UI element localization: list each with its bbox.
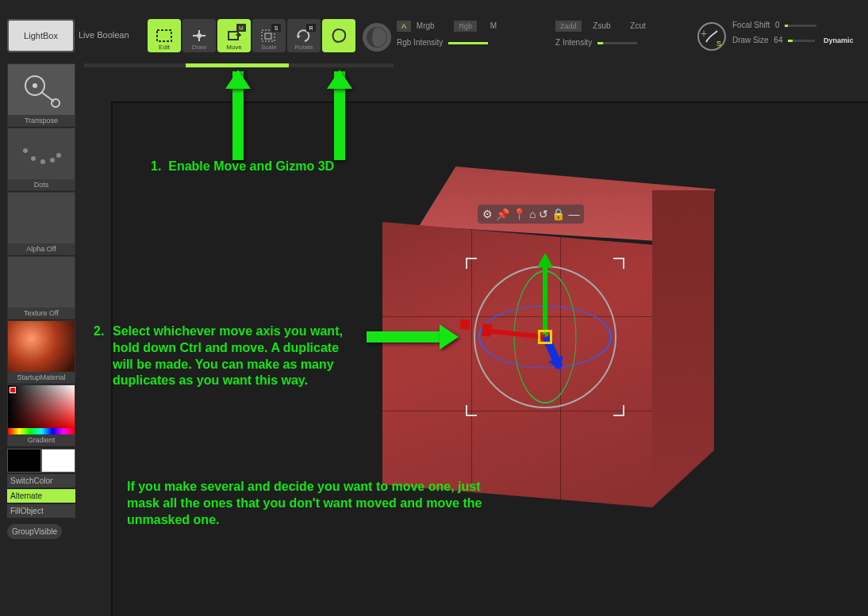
- switchcolor-button[interactable]: SwitchColor: [7, 474, 75, 488]
- focal-shift-value: 0: [775, 21, 780, 29]
- z-intensity-label: Z Intensity: [555, 38, 592, 47]
- draw-size-value: 64: [774, 36, 782, 44]
- gizmo-center[interactable]: [538, 330, 552, 344]
- texture-label: Texture Off: [8, 308, 75, 319]
- draw-size-label: Draw Size: [732, 36, 769, 44]
- zadd-chip[interactable]: Zadd: [555, 21, 582, 32]
- gear-icon[interactable]: ⚙: [482, 208, 493, 220]
- scale-button[interactable]: S Scale: [252, 19, 286, 52]
- svg-point-16: [56, 153, 61, 158]
- gizmo-toolbar: ⚙ 📌 📍 ⌂ ↺ 🔒 —: [478, 205, 584, 224]
- scale-badge: S: [271, 24, 281, 32]
- alternate-button[interactable]: Alternate: [7, 489, 75, 503]
- fillobject-button[interactable]: FillObject: [7, 504, 75, 518]
- zcut-label[interactable]: Zcut: [630, 21, 645, 30]
- draw-button[interactable]: Draw: [182, 19, 216, 52]
- rgb-chip[interactable]: Rgb: [454, 21, 477, 32]
- annotation-arrowhead-1: [225, 57, 251, 89]
- minus-icon[interactable]: —: [568, 208, 579, 220]
- transpose-label: Transpose: [8, 115, 75, 126]
- annotation-arrowhead-3: [440, 324, 471, 350]
- svg-rect-6: [262, 30, 275, 41]
- scale-label: Scale: [261, 44, 277, 51]
- svg-point-15: [50, 158, 55, 163]
- svg-rect-4: [229, 32, 238, 40]
- pin-icon[interactable]: 📌: [496, 208, 509, 220]
- zsub-label[interactable]: Zsub: [593, 21, 610, 30]
- rgb-intensity-label: Rgb Intensity: [397, 38, 443, 47]
- alpha-thumb[interactable]: Alpha Off: [7, 192, 75, 255]
- annotation-step1: 1. Enable Move and Gizmo 3D: [151, 159, 334, 175]
- svg-point-9: [33, 83, 37, 88]
- gizmo-y-axis[interactable]: [543, 258, 547, 337]
- live-boolean-toggle[interactable]: Live Boolean: [79, 30, 129, 40]
- sculptris-toggle[interactable]: [360, 21, 394, 54]
- draw-size-slider[interactable]: [788, 40, 815, 42]
- svg-point-14: [40, 159, 45, 164]
- lightbox-button[interactable]: LightBox: [7, 19, 75, 52]
- annotation-note: If you make several and decide you want …: [127, 479, 516, 528]
- dynamic-label[interactable]: Dynamic: [824, 36, 854, 44]
- left-panel: Transpose Dots Alpha Off Texture Off Sta…: [7, 63, 75, 539]
- svg-rect-5: [265, 33, 271, 39]
- focal-shift-label: Focal Shift: [732, 21, 770, 29]
- m-label[interactable]: M: [490, 21, 497, 30]
- swatch-white[interactable]: [41, 449, 75, 473]
- brush-icon[interactable]: S: [697, 22, 726, 51]
- annotation-arrow-3: [367, 331, 443, 342]
- groupvisible-button[interactable]: GroupVisible: [7, 524, 62, 539]
- swatch-black[interactable]: [7, 449, 41, 473]
- svg-rect-0: [157, 30, 171, 41]
- material-thumb[interactable]: StartupMaterial: [7, 320, 75, 384]
- undo-icon[interactable]: ↺: [539, 208, 548, 220]
- home-icon[interactable]: ⌂: [529, 208, 536, 220]
- color-picker[interactable]: Gradient: [7, 385, 75, 446]
- viewport[interactable]: ⚙ 📌 📍 ⌂ ↺ 🔒 — 1. Enable Move and Gizmo 3…: [111, 101, 868, 616]
- marker-icon[interactable]: 📍: [513, 208, 526, 220]
- current-color-swatch: [10, 387, 16, 393]
- rotate-badge: R: [306, 24, 316, 32]
- move-label: Move: [226, 44, 242, 51]
- material-label: StartupMaterial: [8, 372, 75, 383]
- dots-label: Dots: [8, 179, 75, 190]
- stroke-thumb-dots[interactable]: Dots: [7, 128, 75, 191]
- svg-point-13: [31, 156, 36, 161]
- lock-icon[interactable]: 🔒: [551, 208, 565, 220]
- mrgb-label[interactable]: Mrgb: [417, 21, 435, 30]
- svg-point-3: [197, 33, 202, 38]
- annotation-arrowhead-2: [327, 57, 352, 89]
- rotate-label: Rotate: [294, 44, 313, 51]
- annotation-step2: 2.Select whichever move axis you want, h…: [94, 323, 355, 389]
- rgb-intensity-slider[interactable]: [448, 42, 488, 44]
- a-chip[interactable]: A: [397, 21, 411, 32]
- svg-point-12: [23, 148, 28, 153]
- edit-label: Edit: [159, 44, 170, 51]
- z-intensity-slider[interactable]: [597, 42, 637, 44]
- gizmo3d-button[interactable]: [322, 19, 355, 52]
- gradient-label: Gradient: [8, 434, 75, 446]
- alpha-label: Alpha Off: [8, 243, 75, 254]
- move-badge: M: [236, 24, 246, 32]
- svg-point-11: [52, 99, 60, 107]
- texture-thumb[interactable]: Texture Off: [7, 256, 75, 319]
- draw-label: Draw: [192, 44, 207, 51]
- rotate-button[interactable]: R Rotate: [287, 19, 321, 52]
- focal-shift-slider[interactable]: [785, 25, 816, 27]
- edit-button[interactable]: Edit: [148, 19, 181, 52]
- brush-thumb-transpose[interactable]: Transpose: [7, 63, 75, 127]
- brush-s-badge: S: [716, 40, 721, 48]
- gizmo-3d[interactable]: [474, 266, 616, 408]
- move-button[interactable]: M Move: [217, 19, 251, 52]
- swatch-row: [7, 449, 75, 473]
- top-toolbar: LightBox Live Boolean Edit Draw M Move S…: [0, 0, 868, 60]
